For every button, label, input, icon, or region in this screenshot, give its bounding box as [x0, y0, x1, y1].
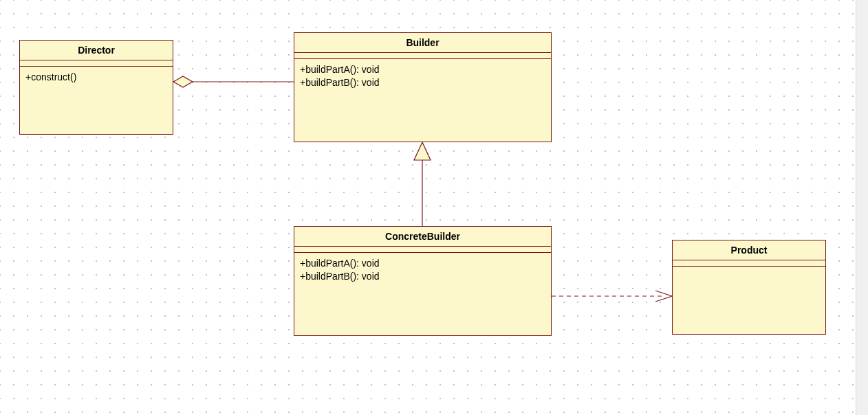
class-concrete-builder-name: ConcreteBuilder	[294, 227, 551, 247]
class-director[interactable]: Director +construct()	[19, 40, 173, 135]
class-director-attrs	[20, 60, 173, 67]
class-product-attrs	[673, 260, 825, 267]
class-concrete-builder-attrs	[294, 247, 551, 253]
class-builder-name: Builder	[294, 33, 551, 53]
class-builder-op-1: +buildPartB(): void	[300, 76, 545, 89]
class-builder-op-0: +buildPartA(): void	[300, 63, 545, 76]
class-builder-ops: +buildPartA(): void +buildPartB(): void	[294, 59, 551, 95]
class-product[interactable]: Product	[672, 240, 826, 335]
class-concrete-builder-op-1: +buildPartB(): void	[300, 270, 545, 283]
class-concrete-builder[interactable]: ConcreteBuilder +buildPartA(): void +bui…	[294, 226, 552, 336]
class-builder-attrs	[294, 53, 551, 59]
class-product-name: Product	[673, 240, 825, 260]
class-concrete-builder-ops: +buildPartA(): void +buildPartB(): void	[294, 253, 551, 289]
class-director-name: Director	[20, 41, 173, 60]
class-builder[interactable]: Builder +buildPartA(): void +buildPartB(…	[294, 32, 552, 142]
class-director-ops: +construct()	[20, 67, 173, 89]
vertical-scrollbar[interactable]	[856, 0, 868, 415]
class-product-ops	[673, 267, 825, 276]
class-director-op-0: +construct()	[25, 71, 167, 84]
class-concrete-builder-op-0: +buildPartA(): void	[300, 257, 545, 270]
